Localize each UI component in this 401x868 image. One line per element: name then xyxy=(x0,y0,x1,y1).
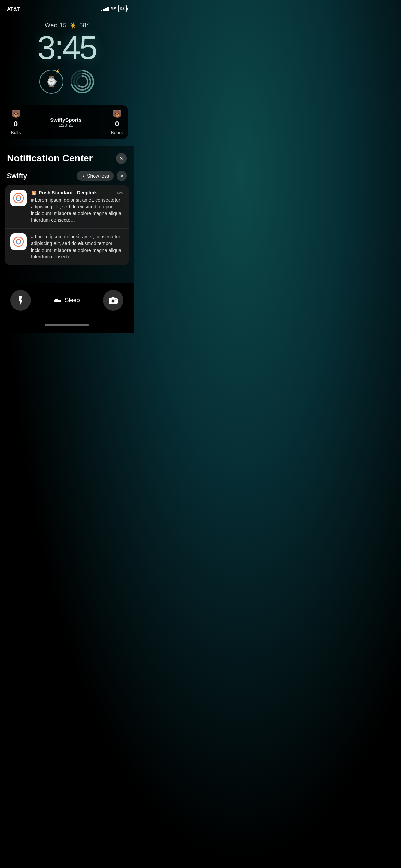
home-team-score: 0 xyxy=(14,120,18,129)
away-team-name: Bears xyxy=(111,130,123,135)
notif-header-row: 🐹 Push Standard - Deeplink now xyxy=(31,190,123,195)
date-weather: Wed 15 ☀️ 58° xyxy=(0,22,134,29)
sports-widget[interactable]: 🐻 0 Bulls SwiftySports 1:28:21 🐻 0 Bears xyxy=(5,105,128,139)
temp-label: 58° xyxy=(79,22,89,29)
home-bar[interactable] xyxy=(45,324,89,326)
lightning-icon: ⚡ xyxy=(55,69,60,74)
sleep-label: Sleep xyxy=(65,297,80,304)
notif-title: Push Standard - Deeplink xyxy=(39,190,97,195)
nc-title: Notification Center xyxy=(7,153,93,164)
chevron-up-icon: ▲ xyxy=(82,174,85,178)
notif-body: # Lorem ipsum dolor sit amet, consectetu… xyxy=(31,233,123,260)
away-team-icon: 🐻 xyxy=(112,109,122,118)
home-team-name: Bulls xyxy=(11,130,21,135)
status-right: 93 xyxy=(101,5,127,12)
widget-row: ⚡ ⌚ xyxy=(0,70,134,94)
flashlight-button[interactable] xyxy=(10,290,31,311)
show-less-button[interactable]: ▲ Show less xyxy=(77,171,114,181)
home-indicator xyxy=(0,321,134,333)
home-team: 🐻 0 Bulls xyxy=(11,109,21,135)
sleep-button[interactable]: Sleep xyxy=(54,297,80,304)
notif-title-row: 🐹 Push Standard - Deeplink xyxy=(31,190,97,195)
watch-widget[interactable]: ⚡ ⌚ xyxy=(39,70,63,94)
wifi-icon xyxy=(111,6,116,11)
watch-icon: ⌚ xyxy=(46,76,58,87)
away-team-score: 0 xyxy=(115,120,119,129)
app-group-actions: ▲ Show less ✕ xyxy=(77,171,127,181)
activity-rings-widget[interactable] xyxy=(70,70,94,94)
sports-app-name: SwiftySports xyxy=(50,117,82,123)
camera-button[interactable] xyxy=(103,290,123,311)
signal-icon xyxy=(101,7,109,11)
notification-center: Notification Center ✕ Swifty ▲ Show less… xyxy=(0,146,134,283)
svg-point-15 xyxy=(115,299,116,300)
sun-icon: ☀️ xyxy=(70,22,77,29)
notif-time: now xyxy=(115,190,123,195)
status-bar: AT&T 93 xyxy=(0,0,134,15)
app-group-header: Swifty ▲ Show less ✕ xyxy=(0,169,134,185)
svg-rect-11 xyxy=(54,300,61,302)
svg-point-0 xyxy=(113,10,113,10)
battery-indicator: 93 xyxy=(118,5,127,12)
notif-emoji: 🐹 xyxy=(31,190,37,195)
home-team-icon: 🐻 xyxy=(11,109,21,118)
svg-rect-12 xyxy=(55,299,58,300)
nc-header: Notification Center ✕ xyxy=(0,146,134,169)
nc-close-button[interactable]: ✕ xyxy=(116,153,127,164)
game-info: SwiftySports 1:28:21 xyxy=(50,117,82,128)
bottom-controls: Sleep xyxy=(0,283,134,321)
show-less-label: Show less xyxy=(87,173,109,179)
time-display: 3:45 xyxy=(0,31,134,64)
lock-screen-top: Wed 15 ☀️ 58° 3:45 ⚡ ⌚ xyxy=(0,15,134,105)
notification-group: 🐹 Push Standard - Deeplink now # Lorem i… xyxy=(5,185,129,265)
notification-content: # Lorem ipsum dolor sit amet, consectetu… xyxy=(31,233,123,260)
notification-item[interactable]: # Lorem ipsum dolor sit amet, consectetu… xyxy=(5,229,129,265)
app-group-name: Swifty xyxy=(7,172,27,180)
app-icon xyxy=(10,190,27,206)
away-team: 🐻 0 Bears xyxy=(111,109,123,135)
notification-item[interactable]: 🐹 Push Standard - Deeplink now # Lorem i… xyxy=(5,185,129,229)
svg-point-14 xyxy=(112,300,114,302)
game-clock: 1:28:21 xyxy=(50,123,82,128)
notification-content: 🐹 Push Standard - Deeplink now # Lorem i… xyxy=(31,190,123,224)
dismiss-group-button[interactable]: ✕ xyxy=(117,171,127,181)
notif-body: # Lorem ipsum dolor sit amet, consectetu… xyxy=(31,197,123,224)
carrier-label: AT&T xyxy=(7,6,20,12)
date-label: Wed 15 xyxy=(45,22,67,29)
app-icon xyxy=(10,233,27,250)
